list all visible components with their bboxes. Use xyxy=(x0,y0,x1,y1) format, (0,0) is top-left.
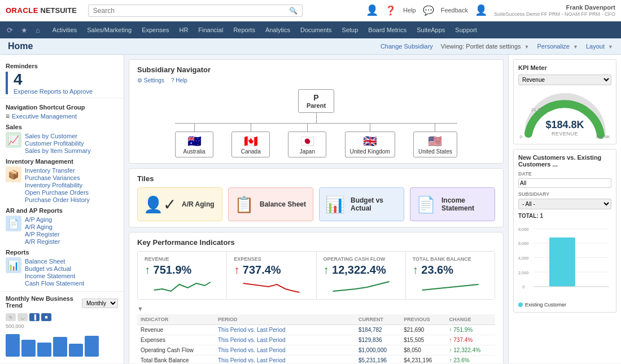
tile-balance-sheet[interactable]: 📋 Balance Sheet xyxy=(228,187,313,221)
kpi-meter-select[interactable]: Revenue xyxy=(518,74,611,85)
table-row: Revenue This Period vs. Last Period $184… xyxy=(137,325,495,335)
gauge-amount: $184.8K xyxy=(545,119,584,131)
inv-transfer-link[interactable]: Inventory Transfer xyxy=(25,167,90,174)
top-bar: ORACLE NETSUITE 🔍 👤 ❓ Help 💬 Feedback 👤 … xyxy=(0,0,621,21)
monthly-select[interactable]: Monthly xyxy=(82,299,118,308)
kpi-expenses-value: ↑ 737.4% xyxy=(234,264,309,277)
nc-legend-dot xyxy=(518,302,523,307)
kpi-ocf-value: ↑ 12,322.4% xyxy=(323,264,399,277)
main-content: Reminders 4 Expense Reports to Approve N… xyxy=(0,55,621,363)
nav-expenses[interactable]: Expenses xyxy=(137,24,173,36)
nav-activities[interactable]: Activities xyxy=(48,24,81,36)
nav-sales[interactable]: Sales/Marketing xyxy=(82,24,136,36)
balance-sheet-link[interactable]: Balance Sheet xyxy=(25,258,84,265)
sn-us-box[interactable]: 🇺🇸 United States xyxy=(413,131,457,157)
trend-area-icon[interactable]: ◡ xyxy=(18,313,28,321)
layout-link[interactable]: Layout ▼ xyxy=(586,43,613,50)
kpi-table-collapse[interactable]: ▼ xyxy=(137,305,143,312)
tile-income-icon: 📄 xyxy=(416,195,436,214)
row-period[interactable]: This Period vs. Last Period xyxy=(215,325,355,335)
nc-subsidiary-select[interactable]: - All - xyxy=(518,199,611,209)
nc-date-input[interactable] xyxy=(518,178,611,188)
income-statement-link[interactable]: Income Statement xyxy=(25,273,84,279)
nav-star-icon[interactable]: ★ xyxy=(19,25,30,36)
purchase-variances-link[interactable]: Purchase Variances xyxy=(25,174,90,181)
kpi-revenue-value: ↑ 751.9% xyxy=(145,264,220,277)
ap-register-link[interactable]: A/P Register xyxy=(25,231,60,238)
row-period[interactable]: This Period vs. Last Period xyxy=(215,335,355,345)
search-input[interactable] xyxy=(93,7,289,15)
row-change: ↑ 12,322.4% xyxy=(446,345,496,356)
change-subsidiary-link[interactable]: Change Subsidiary xyxy=(381,43,433,50)
po-history-link[interactable]: Purchase Order History xyxy=(25,196,90,203)
nav-hr[interactable]: HR xyxy=(174,24,193,36)
tile-ar-aging[interactable]: 👤✓ A/R Aging xyxy=(137,187,222,221)
ar-register-link[interactable]: A/R Register xyxy=(25,238,60,245)
row-previous: $21,690 xyxy=(400,325,445,335)
trend-bar-icon[interactable]: ▐ xyxy=(29,313,40,321)
viewing-label[interactable]: Viewing: Portlet date settings ▼ xyxy=(441,43,530,50)
nav-reports[interactable]: Reports xyxy=(229,24,260,36)
sn-parent-node[interactable]: P Parent xyxy=(298,89,334,113)
sales-icon-row: 📈 Sales by Customer Customer Profitabili… xyxy=(6,132,118,155)
trend-line-icon[interactable]: ∿ xyxy=(6,313,16,321)
gauge-value: $184.8K REVENUE xyxy=(545,119,584,137)
sn-canada-box[interactable]: 🇨🇦 Canada xyxy=(231,131,270,157)
subsidiary-navigator: Subsidiary Navigator ⚙ Settings ? Help P… xyxy=(129,59,504,164)
nc-title: New Customers vs. Existing Customers ... xyxy=(518,154,611,168)
kpi-table: INDICATOR PERIOD CURRENT PREVIOUS CHANGE… xyxy=(137,314,495,363)
nav-suiteapps[interactable]: SuiteApps xyxy=(412,24,449,36)
nav-board-metrics[interactable]: Board Metrics xyxy=(364,24,411,36)
nav-financial[interactable]: Financial xyxy=(194,24,228,36)
ar-aging-link[interactable]: A/R Aging xyxy=(25,223,60,230)
sn-child-us: 🇺🇸 United States xyxy=(413,124,457,157)
open-po-link[interactable]: Open Purchase Orders xyxy=(25,189,90,196)
logo-oracle: ORACLE xyxy=(6,6,38,15)
cash-flow-link[interactable]: Cash Flow Statement xyxy=(25,280,84,287)
row-current: $1,000,000 xyxy=(355,345,400,356)
help-label[interactable]: Help xyxy=(403,7,416,14)
reports-title: Reports xyxy=(6,249,118,256)
sales-by-customer-link[interactable]: Sales by Customer xyxy=(25,133,91,139)
customer-profitability-link[interactable]: Customer Profitability xyxy=(25,140,91,147)
svg-rect-0 xyxy=(6,334,20,357)
inv-profitability-link[interactable]: Inventory Profitability xyxy=(25,182,90,188)
menu-icon: ≡ xyxy=(6,112,10,120)
search-bar[interactable]: 🔍 xyxy=(88,5,303,17)
personalize-link[interactable]: Personalize ▼ xyxy=(537,43,578,50)
tile-income[interactable]: 📄 Income Statement xyxy=(410,187,495,221)
ap-aging-link[interactable]: A/P Aging xyxy=(25,216,60,223)
tile-ar-label: A/R Aging xyxy=(182,200,215,208)
tile-budget-label: Budget vs Actual xyxy=(351,196,398,212)
sn-help-link[interactable]: ? Help xyxy=(171,77,187,84)
nav-documents[interactable]: Documents xyxy=(296,24,336,36)
nc-legend: Existing Customer xyxy=(518,302,611,308)
tile-budget[interactable]: 📊 Budget vs Actual xyxy=(319,187,404,221)
reports-icon-row: 📊 Balance Sheet Budget vs Actual Income … xyxy=(6,257,118,287)
ar-ap-title: AR and AP Reports xyxy=(6,207,118,214)
nc-date-filter: DATE xyxy=(518,171,611,188)
sn-japan-box[interactable]: 🇯🇵 Japan xyxy=(288,131,326,157)
nav-home-icon[interactable]: ⌂ xyxy=(33,25,42,36)
sn-settings-link[interactable]: ⚙ Settings xyxy=(137,77,164,84)
sn-child-australia: 🇦🇺 Australia xyxy=(175,124,213,157)
svg-text:8,000: 8,000 xyxy=(518,227,528,232)
feedback-label[interactable]: Feedback xyxy=(441,7,468,14)
nav-support[interactable]: Support xyxy=(451,24,482,36)
row-current: $184,782 xyxy=(355,325,400,335)
row-period[interactable]: This Period vs. Last Period xyxy=(215,345,355,356)
expense-reports-link[interactable]: Expense Reports to Approve xyxy=(14,88,93,95)
tile-bs-label: Balance Sheet xyxy=(260,200,306,208)
sales-by-item-link[interactable]: Sales by Item Summary xyxy=(25,147,91,154)
chat-icon: 💬 xyxy=(423,5,434,16)
exec-mgmt-link[interactable]: Executive Management xyxy=(12,113,77,120)
budget-vs-actual-link[interactable]: Budget vs Actual xyxy=(25,265,84,272)
nav-analytics[interactable]: Analytics xyxy=(261,24,295,36)
kpi-ocf: OPERATING CASH FLOW ↑ 12,322.4% xyxy=(317,252,406,299)
row-period[interactable]: This Period vs. Last Period xyxy=(215,356,355,364)
nav-recent-icon[interactable]: ⟳ xyxy=(5,25,15,36)
sn-australia-box[interactable]: 🇦🇺 Australia xyxy=(175,131,213,157)
nav-setup[interactable]: Setup xyxy=(338,24,363,36)
sn-uk-box[interactable]: 🇬🇧 United Kingdom xyxy=(345,131,395,157)
trend-chart-icon[interactable]: ■ xyxy=(41,313,51,321)
